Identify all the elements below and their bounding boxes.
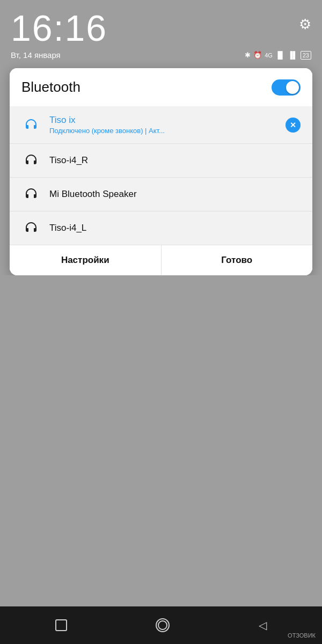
device-info-mi: Mi Bluetooth Speaker bbox=[49, 189, 301, 200]
toggle-knob bbox=[286, 81, 299, 94]
device-item-tiso-i4l[interactable]: Tiso-i4_L bbox=[10, 211, 312, 245]
device-info-i4r: Tiso-i4_R bbox=[49, 155, 301, 166]
device-status-tiso-ix: Подключено (кроме звонков) | Акт... bbox=[49, 127, 286, 135]
settings-button[interactable]: Настройки bbox=[10, 245, 161, 275]
headphone-icon-i4r bbox=[21, 152, 41, 169]
device-item-tiso-i4r[interactable]: Tiso-i4_R bbox=[10, 143, 312, 177]
device-info-i4l: Tiso-i4_L bbox=[49, 223, 301, 233]
headphone-icon-connected bbox=[21, 117, 41, 133]
device-item-mi-speaker[interactable]: Mi Bluetooth Speaker bbox=[10, 177, 312, 211]
background-area bbox=[0, 275, 322, 436]
home-button[interactable] bbox=[156, 618, 170, 632]
device-name-i4r: Tiso-i4_R bbox=[49, 155, 301, 166]
headphone-icon-mi bbox=[21, 186, 41, 202]
back-button[interactable]: ◁ bbox=[259, 619, 267, 632]
navigation-bar: ◁ ОТЗОВИК bbox=[0, 606, 322, 644]
dialog-header: Bluetooth bbox=[10, 68, 312, 106]
device-info-tiso-ix: Tiso ix Подключено (кроме звонков) | Акт… bbox=[49, 115, 286, 135]
signal-icon-2: ▐▌ bbox=[288, 51, 297, 59]
device-name-i4l: Tiso-i4_L bbox=[49, 223, 301, 233]
disconnect-button-tiso-ix[interactable]: ✕ bbox=[286, 118, 301, 133]
dialog-title: Bluetooth bbox=[21, 79, 80, 96]
clock-display: 16:16 bbox=[11, 10, 107, 46]
done-button[interactable]: Готово bbox=[161, 245, 313, 275]
device-name-tiso-ix: Tiso ix bbox=[49, 115, 286, 126]
signal-icon: ▐▌ bbox=[275, 51, 285, 59]
bluetooth-status-icon: ✱ bbox=[245, 51, 251, 59]
device-item-tiso-ix[interactable]: Tiso ix Подключено (кроме звонков) | Акт… bbox=[10, 106, 312, 143]
alarm-icon: ⏰ bbox=[253, 51, 262, 59]
device-list: Tiso ix Подключено (кроме звонков) | Акт… bbox=[10, 106, 312, 245]
date-display: Вт, 14 января bbox=[11, 50, 61, 60]
battery-icon: 23 bbox=[301, 51, 311, 60]
settings-icon[interactable]: ⚙ bbox=[299, 16, 311, 33]
watermark: ОТЗОВИК bbox=[288, 632, 316, 639]
bluetooth-dialog: Bluetooth Tiso ix Подключено (кроме звон… bbox=[10, 68, 312, 275]
data-icon: 4G bbox=[265, 52, 273, 58]
bluetooth-toggle[interactable] bbox=[272, 79, 301, 96]
recent-apps-button[interactable] bbox=[55, 619, 67, 631]
device-name-mi: Mi Bluetooth Speaker bbox=[49, 189, 301, 200]
headphone-icon-i4l bbox=[21, 220, 41, 236]
dialog-footer: Настройки Готово bbox=[10, 245, 312, 275]
status-icons-group: ✱ ⏰ 4G ▐▌ ▐▌ 23 bbox=[245, 51, 311, 60]
